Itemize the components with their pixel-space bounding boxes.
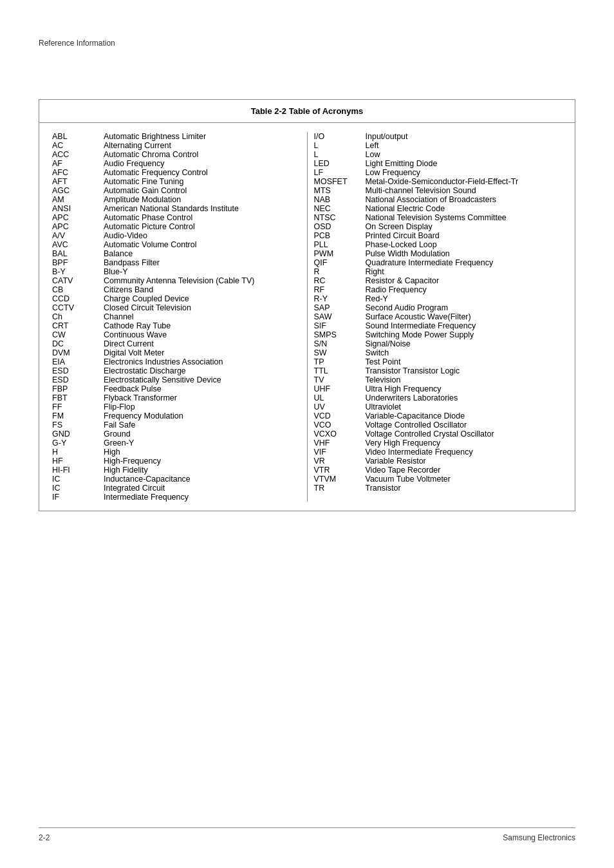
left-def-1: Alternating Current xyxy=(104,141,281,150)
right-abbr-17: RF xyxy=(314,285,366,294)
right-def-19: Second Audio Program xyxy=(366,303,543,312)
right-def-37: Video Tape Recorder xyxy=(366,466,543,475)
left-abbr-17: CB xyxy=(52,285,104,294)
right-def-20: Surface Acoustic Wave(Filter) xyxy=(366,312,543,321)
company-name: Samsung Electronics xyxy=(503,833,575,842)
right-abbr-6: MTS xyxy=(314,186,366,195)
right-def-17: Radio Frequency xyxy=(366,285,543,294)
left-abbr-5: AFT xyxy=(52,177,104,186)
left-abbr-16: CATV xyxy=(52,276,104,285)
header-label: Reference Information xyxy=(39,39,575,48)
left-def-38: Inductance-Capacitance xyxy=(104,475,281,484)
left-abbr-12: AVC xyxy=(52,240,104,249)
left-def-29: Flyback Transformer xyxy=(104,393,281,402)
right-def-35: Video Intermediate Frequency xyxy=(366,448,543,457)
table-body: ABLACACCAFAFCAFTAGCAMANSIAPCAPCA/VAVCBAL… xyxy=(39,123,575,511)
left-def-30: Flip-Flop xyxy=(104,402,281,411)
column-divider xyxy=(307,132,308,502)
right-abbr-36: VR xyxy=(314,457,366,466)
right-def-29: Underwriters Laboratories xyxy=(366,393,543,402)
left-abbr-37: HI-FI xyxy=(52,466,104,475)
left-abbr-7: AM xyxy=(52,195,104,204)
right-def-13: Pulse Width Modulation xyxy=(366,249,543,258)
left-abbr-26: ESD xyxy=(52,366,104,375)
right-def-24: Switch xyxy=(366,348,543,357)
left-abbr-4: AFC xyxy=(52,168,104,177)
right-def-30: Ultraviolet xyxy=(366,402,543,411)
right-abbr-35: VIF xyxy=(314,448,366,457)
left-def-16: Community Antenna Television (Cable TV) xyxy=(104,276,281,285)
left-abbr-35: H xyxy=(52,448,104,457)
right-def-10: On Screen Display xyxy=(366,222,543,231)
left-abbr-39: IC xyxy=(52,484,104,493)
left-def-2: Automatic Chroma Control xyxy=(104,150,281,159)
right-abbr-32: VCO xyxy=(314,420,366,429)
left-abbr-8: ANSI xyxy=(52,204,104,213)
page-footer: 2-2 Samsung Electronics xyxy=(39,827,575,842)
right-def-33: Voltage Controlled Crystal Oscillator xyxy=(366,429,543,439)
right-def-27: Television xyxy=(366,375,543,384)
right-abbr-38: VTVM xyxy=(314,475,366,484)
left-abbr-23: DC xyxy=(52,339,104,348)
right-abbr-21: SIF xyxy=(314,321,366,330)
left-def-39: Integrated Circuit xyxy=(104,484,281,493)
right-abbr-33: VCXO xyxy=(314,429,366,439)
right-def-7: National Association of Broadcasters xyxy=(366,195,543,204)
left-def-11: Audio-Video xyxy=(104,231,281,240)
right-abbr-15: R xyxy=(314,267,366,276)
left-abbr-29: FBT xyxy=(52,393,104,402)
left-def-32: Fail Safe xyxy=(104,420,281,429)
left-abbr-10: APC xyxy=(52,222,104,231)
left-abbr-6: AGC xyxy=(52,186,104,195)
left-abbr-1: AC xyxy=(52,141,104,150)
left-def-25: Electronics Industries Association xyxy=(104,357,281,366)
right-abbr-37: VTR xyxy=(314,466,366,475)
left-abbr-13: BAL xyxy=(52,249,104,258)
right-abbr-3: LED xyxy=(314,159,366,168)
left-def-33: Ground xyxy=(104,429,281,439)
right-abbr-23: S/N xyxy=(314,339,366,348)
left-abbr-20: Ch xyxy=(52,312,104,321)
right-column-group: I/OLLLEDLFMOSFETMTSNABNECNTSCOSDPCBPLLPW… xyxy=(314,132,563,502)
left-abbr-14: BPF xyxy=(52,258,104,267)
left-column-group: ABLACACCAFAFCAFTAGCAMANSIAPCAPCA/VAVCBAL… xyxy=(52,132,301,502)
left-abbr-28: FBP xyxy=(52,384,104,393)
right-abbr-28: UHF xyxy=(314,384,366,393)
right-abbr-27: TV xyxy=(314,375,366,384)
right-abbr-18: R-Y xyxy=(314,294,366,303)
right-abbr-13: PWM xyxy=(314,249,366,258)
left-def-36: High-Frequency xyxy=(104,457,281,466)
right-def-8: National Electric Code xyxy=(366,204,543,213)
right-abbr-1: L xyxy=(314,141,366,150)
right-abbr-14: QIF xyxy=(314,258,366,267)
left-abbr-38: IC xyxy=(52,475,104,484)
left-abbr-31: FM xyxy=(52,411,104,420)
right-def-22: Switching Mode Power Supply xyxy=(366,330,543,339)
right-abbr-22: SMPS xyxy=(314,330,366,339)
right-abbr-20: SAW xyxy=(314,312,366,321)
right-def-32: Voltage Controlled Oscillator xyxy=(366,420,543,429)
left-def-23: Direct Current xyxy=(104,339,281,348)
left-def-19: Closed Circuit Television xyxy=(104,303,281,312)
right-def-15: Right xyxy=(366,267,543,276)
left-abbr-11: A/V xyxy=(52,231,104,240)
right-abbr-8: NEC xyxy=(314,204,366,213)
right-def-11: Printed Circuit Board xyxy=(366,231,543,240)
right-def-12: Phase-Locked Loop xyxy=(366,240,543,249)
right-abbr-11: PCB xyxy=(314,231,366,240)
left-abbr-36: HF xyxy=(52,457,104,466)
left-def-10: Automatic Picture Control xyxy=(104,222,281,231)
left-def-3: Audio Frequency xyxy=(104,159,281,168)
left-def-40: Intermediate Frequency xyxy=(104,493,281,502)
right-abbr-26: TTL xyxy=(314,366,366,375)
left-abbr-24: DVM xyxy=(52,348,104,357)
left-def-20: Channel xyxy=(104,312,281,321)
left-abbr-34: G-Y xyxy=(52,439,104,448)
right-def-21: Sound Intermediate Frequency xyxy=(366,321,543,330)
left-abbr-25: EIA xyxy=(52,357,104,366)
left-abbr-22: CW xyxy=(52,330,104,339)
right-abbr-9: NTSC xyxy=(314,213,366,222)
right-abbr-0: I/O xyxy=(314,132,366,141)
left-def-35: High xyxy=(104,448,281,457)
left-def-14: Bandpass Filter xyxy=(104,258,281,267)
